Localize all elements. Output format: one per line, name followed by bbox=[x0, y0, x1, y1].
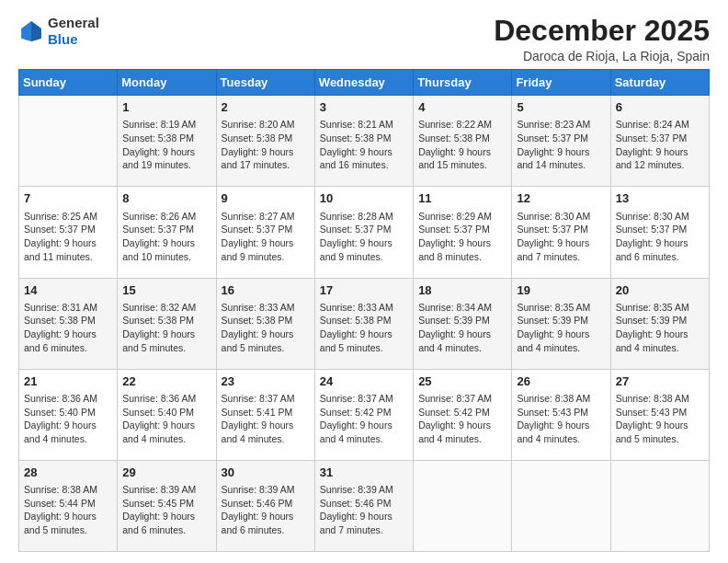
day-info-line: and 4 minutes. bbox=[24, 432, 112, 446]
day-number: 7 bbox=[24, 190, 112, 207]
day-info-line: and 7 minutes. bbox=[320, 523, 408, 537]
logo-blue: Blue bbox=[48, 31, 78, 47]
day-info-line: and 5 minutes. bbox=[24, 523, 112, 537]
day-info-line: Sunrise: 8:37 AM bbox=[320, 392, 408, 406]
day-number: 20 bbox=[616, 282, 704, 299]
calendar-cell: 2Sunrise: 8:20 AMSunset: 5:38 PMDaylight… bbox=[216, 96, 314, 187]
day-info-line: Sunset: 5:37 PM bbox=[616, 223, 704, 236]
day-info-line: and 4 minutes. bbox=[616, 341, 704, 355]
calendar-cell: 17Sunrise: 8:33 AMSunset: 5:38 PMDayligh… bbox=[314, 278, 413, 369]
calendar-week-2: 7Sunrise: 8:25 AMSunset: 5:37 PMDaylight… bbox=[19, 187, 710, 278]
day-info-line: and 10 minutes. bbox=[122, 250, 210, 264]
day-info-line: Sunset: 5:42 PM bbox=[418, 406, 506, 419]
calendar-cell: 3Sunrise: 8:21 AMSunset: 5:38 PMDaylight… bbox=[314, 96, 413, 187]
col-header-friday: Friday bbox=[512, 70, 610, 96]
calendar-cell: 5Sunrise: 8:23 AMSunset: 5:37 PMDaylight… bbox=[512, 96, 610, 187]
day-info-line: Daylight: 9 hours bbox=[24, 327, 112, 341]
day-info-line: Daylight: 9 hours bbox=[418, 145, 506, 159]
day-info-line: Sunset: 5:38 PM bbox=[222, 132, 310, 145]
day-info-line: Daylight: 9 hours bbox=[517, 419, 605, 432]
day-info-line: Daylight: 9 hours bbox=[320, 327, 408, 341]
day-number: 16 bbox=[222, 282, 310, 299]
day-info-line: and 5 minutes. bbox=[222, 341, 310, 355]
day-info-line: Daylight: 9 hours bbox=[222, 327, 310, 341]
calendar-cell: 6Sunrise: 8:24 AMSunset: 5:37 PMDaylight… bbox=[610, 96, 709, 187]
day-info-line: and 4 minutes. bbox=[418, 341, 506, 355]
calendar-week-4: 21Sunrise: 8:36 AMSunset: 5:40 PMDayligh… bbox=[19, 369, 710, 460]
day-info-line: Sunset: 5:41 PM bbox=[222, 406, 310, 419]
day-info-line: Sunrise: 8:37 AM bbox=[418, 392, 506, 406]
day-info-line: Sunrise: 8:26 AM bbox=[122, 210, 210, 224]
calendar-cell: 23Sunrise: 8:37 AMSunset: 5:41 PMDayligh… bbox=[216, 369, 314, 460]
calendar-cell: 18Sunrise: 8:34 AMSunset: 5:39 PMDayligh… bbox=[414, 278, 512, 369]
day-info-line: Sunrise: 8:38 AM bbox=[24, 483, 112, 497]
logo: General Blue bbox=[18, 15, 99, 48]
day-info-line: and 14 minutes. bbox=[517, 158, 605, 172]
day-info-line: Sunset: 5:37 PM bbox=[517, 223, 605, 236]
day-info-line: Sunset: 5:39 PM bbox=[517, 314, 605, 327]
day-info-line: Sunrise: 8:39 AM bbox=[222, 483, 310, 497]
day-number: 18 bbox=[418, 282, 506, 299]
day-number: 29 bbox=[122, 465, 210, 481]
day-number: 10 bbox=[320, 190, 408, 207]
day-info-line: Sunset: 5:42 PM bbox=[320, 406, 408, 419]
day-info-line: Sunrise: 8:36 AM bbox=[24, 392, 112, 406]
calendar-cell: 28Sunrise: 8:38 AMSunset: 5:44 PMDayligh… bbox=[19, 460, 118, 551]
day-info-line: Daylight: 9 hours bbox=[320, 419, 408, 432]
day-number: 13 bbox=[616, 190, 704, 207]
day-number: 2 bbox=[222, 99, 310, 116]
day-number: 14 bbox=[24, 282, 112, 299]
day-number: 4 bbox=[418, 99, 506, 116]
day-info-line: Sunrise: 8:24 AM bbox=[616, 118, 704, 132]
calendar-cell: 7Sunrise: 8:25 AMSunset: 5:37 PMDaylight… bbox=[19, 187, 118, 278]
day-info-line: Daylight: 9 hours bbox=[616, 419, 704, 432]
calendar-cell: 8Sunrise: 8:26 AMSunset: 5:37 PMDaylight… bbox=[118, 187, 216, 278]
day-info-line: and 6 minutes. bbox=[122, 523, 210, 537]
day-info-line: Sunset: 5:45 PM bbox=[122, 497, 210, 511]
day-info-line: Sunset: 5:38 PM bbox=[122, 314, 210, 327]
logo-text: General Blue bbox=[48, 15, 99, 48]
day-info-line: and 4 minutes. bbox=[222, 432, 310, 446]
day-info-line: Sunrise: 8:20 AM bbox=[222, 118, 310, 132]
col-header-monday: Monday bbox=[118, 70, 216, 96]
calendar-cell: 14Sunrise: 8:31 AMSunset: 5:38 PMDayligh… bbox=[19, 278, 118, 369]
col-header-wednesday: Wednesday bbox=[314, 70, 413, 96]
day-info-line: and 15 minutes. bbox=[418, 158, 506, 172]
col-header-sunday: Sunday bbox=[19, 70, 118, 96]
day-info-line: Sunset: 5:37 PM bbox=[418, 223, 506, 236]
day-info-line: Sunset: 5:37 PM bbox=[320, 223, 408, 236]
col-header-saturday: Saturday bbox=[610, 70, 709, 96]
day-number: 3 bbox=[320, 99, 408, 116]
day-info-line: Sunrise: 8:19 AM bbox=[122, 118, 210, 132]
day-info-line: Daylight: 9 hours bbox=[418, 419, 506, 432]
title-block: December 2025 Daroca de Rioja, La Rioja,… bbox=[494, 15, 710, 63]
calendar-cell: 9Sunrise: 8:27 AMSunset: 5:37 PMDaylight… bbox=[216, 187, 314, 278]
day-info-line: Sunrise: 8:33 AM bbox=[222, 301, 310, 315]
day-info-line: and 5 minutes. bbox=[122, 341, 210, 355]
day-info-line: Sunset: 5:37 PM bbox=[222, 223, 310, 236]
calendar-cell: 11Sunrise: 8:29 AMSunset: 5:37 PMDayligh… bbox=[414, 187, 512, 278]
calendar-cell: 30Sunrise: 8:39 AMSunset: 5:46 PMDayligh… bbox=[216, 460, 314, 551]
calendar-cell: 24Sunrise: 8:37 AMSunset: 5:42 PMDayligh… bbox=[314, 369, 413, 460]
calendar-cell: 25Sunrise: 8:37 AMSunset: 5:42 PMDayligh… bbox=[414, 369, 512, 460]
day-info-line: Daylight: 9 hours bbox=[616, 236, 704, 250]
day-number: 15 bbox=[122, 282, 210, 299]
day-info-line: Sunrise: 8:22 AM bbox=[418, 118, 506, 132]
day-info-line: Sunset: 5:39 PM bbox=[616, 314, 704, 327]
day-info-line: and 9 minutes. bbox=[222, 250, 310, 264]
day-info-line: and 12 minutes. bbox=[616, 158, 704, 172]
day-number: 24 bbox=[320, 373, 408, 390]
day-info-line: Sunset: 5:46 PM bbox=[320, 497, 408, 511]
day-info-line: and 17 minutes. bbox=[222, 158, 310, 172]
day-info-line: Daylight: 9 hours bbox=[122, 419, 210, 432]
day-info-line: Sunset: 5:40 PM bbox=[122, 406, 210, 419]
day-info-line: Sunset: 5:37 PM bbox=[616, 132, 704, 145]
day-number: 28 bbox=[24, 465, 112, 481]
day-number: 31 bbox=[320, 465, 408, 481]
day-number: 22 bbox=[122, 373, 210, 390]
day-info-line: Daylight: 9 hours bbox=[122, 327, 210, 341]
day-info-line: Daylight: 9 hours bbox=[418, 236, 506, 250]
day-info-line: and 6 minutes. bbox=[222, 523, 310, 537]
day-info-line: Sunrise: 8:23 AM bbox=[517, 118, 605, 132]
day-info-line: Daylight: 9 hours bbox=[24, 510, 112, 523]
